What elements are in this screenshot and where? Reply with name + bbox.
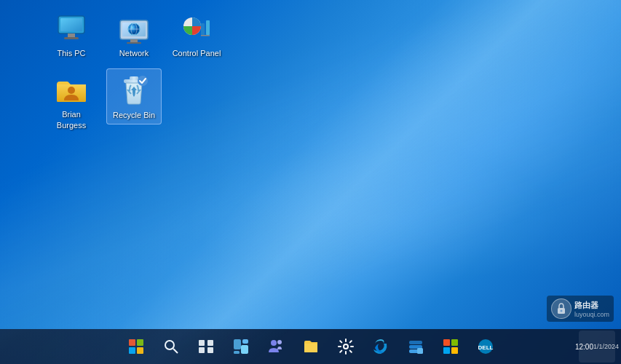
search-icon [162,338,180,355]
svg-rect-37 [417,348,423,354]
svg-rect-38 [443,339,450,346]
network-label: Network [119,48,149,58]
win-logo-q3 [129,347,135,354]
edge-icon [372,338,389,355]
desktop: This PC [0,0,621,364]
recycle-bin-icon[interactable]: Recycle Bin [106,68,162,124]
svg-point-33 [344,344,348,349]
svg-rect-14 [201,35,210,36]
windows-logo-icon [129,339,143,354]
svg-point-31 [271,340,277,346]
file-explorer-icon [302,338,320,355]
task-view-icon [197,338,215,355]
network-image [116,10,151,45]
this-pc-label: This PC [57,48,85,58]
widgets-icon [232,338,250,355]
svg-rect-1 [60,18,82,31]
tray-time: 12:00 [575,343,593,351]
network-svg [116,10,151,45]
svg-rect-23 [199,340,205,346]
brian-burgess-label: Brian Burgess [47,109,96,130]
svg-rect-17 [130,76,138,80]
watermark-text-block: 路由器 luyouqi.com [574,300,609,318]
settings-icon [337,338,355,355]
svg-rect-9 [130,39,138,42]
svg-point-20 [560,310,562,312]
recycle-bin-svg [116,72,151,107]
taskbar-store-button[interactable] [435,331,467,363]
control-panel-svg [179,10,214,45]
svg-rect-34 [409,341,422,344]
svg-point-15 [68,87,75,94]
teams-icon [267,338,285,355]
svg-rect-3 [64,37,79,39]
this-pc-svg [54,10,89,45]
tray-clock[interactable]: 12:00 1/1/2024 [579,331,615,363]
brian-burgess-image [54,71,89,106]
icon-row-1: This PC [44,7,224,61]
tray-date: 1/1/2024 [593,343,619,350]
watermark-brand: 路由器 [574,300,609,311]
taskbar-settings-button[interactable] [330,331,362,363]
svg-rect-2 [68,33,75,37]
watermark-url: luyouqi.com [574,311,609,318]
taskbar: DELL 12:00 1/1/2024 [0,329,621,364]
svg-line-22 [173,349,178,353]
watermark-lock-icon [555,302,568,315]
taskbar-widgets-button[interactable] [225,331,257,363]
this-pc-icon[interactable]: This PC [44,7,99,61]
brian-burgess-icon[interactable]: Brian Burgess [44,68,99,133]
control-panel-image [179,10,214,45]
svg-rect-13 [206,20,210,35]
recycle-bin-image [116,72,151,107]
taskbar-teams-button[interactable] [260,331,292,363]
svg-point-32 [277,340,282,344]
taskbar-task-view-button[interactable] [190,331,222,363]
win-logo-q4 [137,347,143,354]
svg-point-21 [165,341,174,349]
svg-rect-30 [241,345,248,354]
network-icon[interactable]: Network [106,7,162,61]
svg-rect-10 [127,42,141,44]
win-logo-q2 [137,339,143,346]
icon-row-2: Brian Burgess [44,68,224,133]
taskbar-start-button[interactable] [120,331,152,363]
app1-icon [407,338,424,355]
recycle-bin-label: Recycle Bin [113,110,155,120]
store-icon [442,338,459,355]
taskbar-search-button[interactable] [155,331,187,363]
svg-text:DELL: DELL [478,344,493,351]
watermark: 路由器 luyouqi.com [547,296,614,322]
win-logo-q1 [129,339,135,346]
svg-rect-25 [199,347,205,353]
taskbar-app1-button[interactable] [400,331,432,363]
taskbar-edge-button[interactable] [365,331,397,363]
desktop-icons-area: This PC [44,7,224,133]
watermark-icon [551,298,571,319]
folder-user-svg [54,71,89,106]
svg-rect-27 [234,339,241,349]
svg-rect-29 [234,351,240,354]
control-panel-icon[interactable]: Control Panel [169,7,224,61]
taskbar-dell-button[interactable]: DELL [470,331,502,363]
svg-rect-40 [443,347,450,354]
taskbar-file-explorer-button[interactable] [295,331,327,363]
dell-icon: DELL [477,338,494,355]
svg-rect-41 [451,347,458,354]
svg-rect-26 [207,347,213,353]
svg-rect-28 [242,339,248,344]
system-tray: 12:00 1/1/2024 [579,331,615,363]
svg-rect-12 [201,23,205,35]
control-panel-label: Control Panel [173,48,221,58]
svg-rect-39 [451,339,458,346]
svg-rect-24 [207,340,213,346]
this-pc-image [54,10,89,45]
